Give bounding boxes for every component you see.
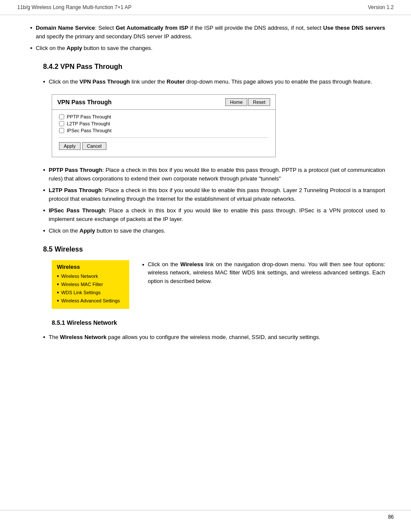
wireless-menu-item-network: Wireless Network bbox=[57, 273, 124, 280]
wireless-section: Wireless Wireless Network Wireless MAC F… bbox=[52, 260, 385, 309]
wireless-description: Click on the Wireless link on the naviga… bbox=[142, 260, 385, 309]
page-footer: 86 bbox=[0, 510, 411, 523]
vpn-intro-bullets: Click on the VPN Pass Through link under… bbox=[39, 78, 385, 86]
wireless-menu-item-mac: Wireless MAC Filter bbox=[57, 281, 124, 288]
section-842-heading: 8.4.2 VPN Pass Through bbox=[43, 63, 385, 71]
vpn-home-button[interactable]: Home bbox=[225, 98, 247, 106]
dns-bullet-2: Click on the Apply button to save the ch… bbox=[26, 44, 385, 53]
vpn-divider bbox=[59, 137, 268, 138]
vpn-cancel-button[interactable]: Cancel bbox=[82, 142, 106, 150]
wireless-menu-item-wds: WDS Link Settings bbox=[57, 289, 124, 296]
section-85-heading: 8.5 Wireless bbox=[43, 246, 385, 253]
pptp-checkbox[interactable] bbox=[59, 114, 64, 119]
pptp-label: PPTP Pass Throught bbox=[67, 114, 111, 119]
dns-bullet-1: Domain Name Service: Select Get Automati… bbox=[26, 24, 385, 40]
vpn-box-header: VPN Pass Through Home Reset bbox=[52, 95, 275, 110]
pptp-checkbox-row: PPTP Pass Throught bbox=[59, 114, 268, 119]
l2tp-label: L2TP Pass Throught bbox=[67, 121, 110, 126]
wireless-network-bullet: The Wireless Network page allows you to … bbox=[39, 333, 385, 342]
vpn-action-buttons: Apply Cancel bbox=[59, 142, 268, 152]
page-content: Domain Name Service: Select Get Automati… bbox=[0, 15, 411, 374]
header-right: Version 1.2 bbox=[368, 4, 394, 10]
ipsec-checkbox-row: IPSec Pass Throught bbox=[59, 128, 268, 133]
vpn-pass-through-box: VPN Pass Through Home Reset PPTP Pass Th… bbox=[52, 94, 276, 157]
wireless-desc-bullet: Click on the Wireless link on the naviga… bbox=[142, 260, 385, 286]
section-85-body: Wireless Wireless Network Wireless MAC F… bbox=[39, 260, 385, 309]
vpn-intro-bullet: Click on the VPN Pass Through link under… bbox=[39, 78, 385, 86]
vpn-box-title: VPN Pass Through bbox=[57, 99, 112, 106]
page-number: 86 bbox=[388, 514, 394, 520]
l2tp-checkbox[interactable] bbox=[59, 121, 64, 126]
wireless-network-bullets: The Wireless Network page allows you to … bbox=[39, 333, 385, 342]
l2tp-bullet: L2TP Pass Through: Place a check in this… bbox=[39, 186, 385, 203]
dns-bullet-list: Domain Name Service: Select Get Automati… bbox=[26, 24, 385, 53]
vpn-box-body: PPTP Pass Throught L2TP Pass Throught IP… bbox=[52, 110, 275, 157]
vpn-after-bullets: PPTP Pass Through: Place a check in this… bbox=[39, 166, 385, 235]
vpn-apply-button[interactable]: Apply bbox=[59, 142, 81, 150]
page-header: 11b/g Wireless Long Range Multi-function… bbox=[0, 0, 411, 15]
l2tp-checkbox-row: L2TP Pass Throught bbox=[59, 121, 268, 126]
pptp-bullet: PPTP Pass Through: Place a check in this… bbox=[39, 166, 385, 183]
vpn-reset-button[interactable]: Reset bbox=[248, 98, 270, 106]
header-left: 11b/g Wireless Long Range Multi-function… bbox=[17, 4, 131, 10]
wireless-menu-box: Wireless Wireless Network Wireless MAC F… bbox=[52, 260, 129, 309]
section-842-body: Click on the VPN Pass Through link under… bbox=[39, 78, 385, 235]
vpn-header-buttons: Home Reset bbox=[225, 98, 270, 106]
section-851-heading: 8.5.1 Wireless Network bbox=[52, 319, 385, 326]
vpn-apply-bullet: Click on the Apply button to save the ch… bbox=[39, 227, 385, 235]
ipsec-checkbox[interactable] bbox=[59, 128, 64, 133]
ipsec-label: IPSec Pass Throught bbox=[67, 128, 112, 133]
wireless-menu-title: Wireless bbox=[57, 264, 124, 270]
section-851-body: The Wireless Network page allows you to … bbox=[39, 333, 385, 342]
ipsec-bullet: IPSec Pass Through: Place a check in thi… bbox=[39, 206, 385, 223]
wireless-desc-bullets: Click on the Wireless link on the naviga… bbox=[142, 260, 385, 286]
wireless-menu-item-advanced: Wireless Advanced Settings bbox=[57, 297, 124, 304]
